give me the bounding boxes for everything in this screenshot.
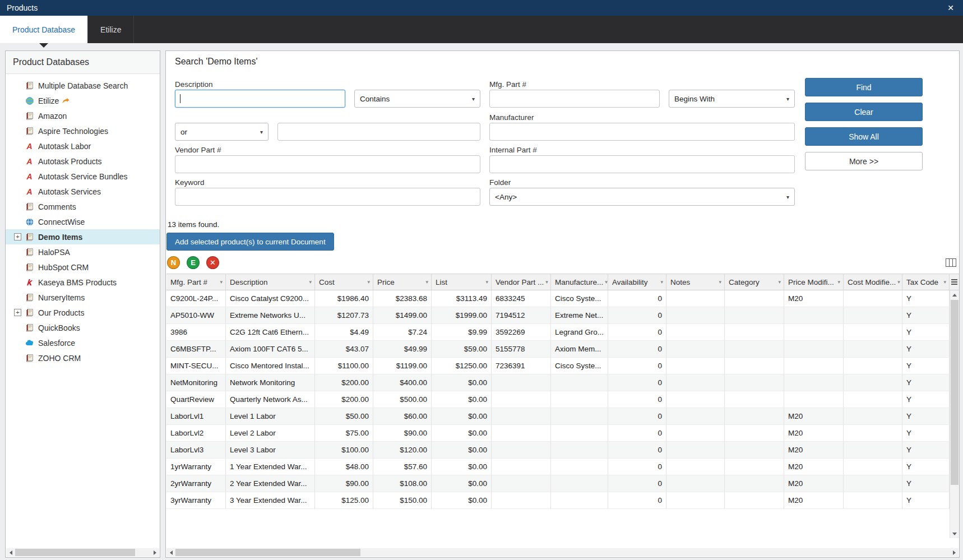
sidebar-item-demo-items[interactable]: + Demo Items bbox=[6, 229, 160, 244]
cell-cost-modifier bbox=[844, 290, 902, 307]
sidebar-item-autotask-products[interactable]: A Autotask Products bbox=[6, 154, 160, 169]
column-header-description[interactable]: Description▾ bbox=[226, 274, 315, 290]
scroll-right-button[interactable] bbox=[150, 548, 159, 557]
sidebar-item-hubspot-crm[interactable]: HubSpot CRM bbox=[6, 260, 160, 275]
scrollbar-thumb[interactable] bbox=[175, 549, 360, 556]
table-row-2yrwarranty[interactable]: 2yrWarranty2 Year Extended War...$90.00$… bbox=[166, 475, 959, 492]
table-row-c6mbsftp[interactable]: C6MBSFTP...Axiom 100FT CAT6 5...$43.07$4… bbox=[166, 341, 959, 358]
close-icon[interactable]: ✕ bbox=[945, 3, 956, 12]
column-dropdown-icon[interactable]: ▾ bbox=[719, 279, 721, 285]
tab-etilize[interactable]: Etilize bbox=[88, 16, 134, 43]
operator-select[interactable]: or▾ bbox=[175, 123, 268, 141]
cell-price-modifier bbox=[784, 374, 844, 391]
column-header-cost-modifier[interactable]: Cost Modifie...▾ bbox=[844, 274, 902, 290]
column-dropdown-icon[interactable]: ▾ bbox=[778, 279, 781, 285]
main-horizontal-scrollbar[interactable] bbox=[166, 548, 959, 557]
table-row-laborlvl2[interactable]: LaborLvl2Level 2 Labor$75.00$90.00$0.000… bbox=[166, 425, 959, 442]
column-dropdown-icon[interactable]: ▾ bbox=[897, 279, 900, 285]
sidebar-item-halopsa[interactable]: HaloPSA bbox=[6, 244, 160, 260]
column-header-notes[interactable]: Notes▾ bbox=[666, 274, 725, 290]
sidebar-item-zoho-crm[interactable]: ZOHO CRM bbox=[6, 350, 160, 365]
column-header-tax-code[interactable]: Tax Code▾ bbox=[902, 274, 950, 290]
table-row-c9200l-24p[interactable]: C9200L-24P...Cisco Catalyst C9200...$198… bbox=[166, 290, 959, 307]
mfg-part-input[interactable] bbox=[489, 90, 660, 108]
column-dropdown-icon[interactable]: ▾ bbox=[220, 279, 223, 285]
table-row-1yrwarranty[interactable]: 1yrWarranty1 Year Extended War...$48.00$… bbox=[166, 459, 959, 475]
expander-icon[interactable]: + bbox=[14, 233, 21, 240]
table-row-laborlvl3[interactable]: LaborLvl3Level 3 Labor$100.00$120.00$0.0… bbox=[166, 442, 959, 459]
column-dropdown-icon[interactable]: ▾ bbox=[367, 279, 370, 285]
folder-select[interactable]: <Any>▾ bbox=[489, 188, 795, 206]
sidebar-item-salesforce[interactable]: Salesforce bbox=[6, 335, 160, 350]
column-chooser-button[interactable] bbox=[946, 258, 956, 267]
sidebar-item-amazon[interactable]: Amazon bbox=[6, 108, 160, 123]
column-menu-button[interactable] bbox=[950, 274, 959, 290]
keyword-input[interactable] bbox=[175, 188, 480, 206]
scroll-down-button[interactable] bbox=[950, 529, 959, 538]
column-dropdown-icon[interactable]: ▾ bbox=[485, 279, 488, 285]
column-header-mfg-part[interactable]: Mfg. Part #▾ bbox=[166, 274, 226, 290]
table-row-3986[interactable]: 3986C2G 12ft Cat6 Ethern...$4.49$7.24$9.… bbox=[166, 324, 959, 341]
column-dropdown-icon[interactable]: ▾ bbox=[943, 279, 946, 285]
column-dropdown-icon[interactable]: ▾ bbox=[605, 279, 608, 285]
column-header-manufacturer[interactable]: Manufacture...▾ bbox=[551, 274, 608, 290]
edit-product-button[interactable]: E bbox=[187, 256, 200, 269]
sidebar-item-autotask-services[interactable]: A Autotask Services bbox=[6, 184, 160, 199]
table-row-netmonitoring[interactable]: NetMonitoringNetwork Monitoring$200.00$4… bbox=[166, 374, 959, 391]
description-input[interactable] bbox=[175, 90, 345, 108]
sidebar-horizontal-scrollbar[interactable] bbox=[6, 548, 159, 557]
scroll-left-button[interactable] bbox=[6, 548, 15, 557]
connectwise-globe-icon bbox=[25, 217, 34, 226]
more-button[interactable]: More >> bbox=[805, 152, 923, 170]
column-header-price-modifier[interactable]: Price Modifi...▾ bbox=[784, 274, 844, 290]
column-header-vendor-part[interactable]: Vendor Part ...▾ bbox=[492, 274, 551, 290]
sidebar-item-quickbooks[interactable]: QuickBooks bbox=[6, 320, 160, 335]
tab-product-database[interactable]: Product Database bbox=[0, 16, 88, 43]
sidebar-item-comments[interactable]: Comments bbox=[6, 199, 160, 214]
cell-cost-modifier bbox=[844, 391, 902, 408]
new-product-button[interactable]: N bbox=[167, 256, 180, 269]
manufacturer-input[interactable] bbox=[489, 123, 795, 141]
column-dropdown-icon[interactable]: ▾ bbox=[309, 279, 312, 285]
sidebar-item-nurseryitems[interactable]: NurseryItems bbox=[6, 290, 160, 305]
column-dropdown-icon[interactable]: ▾ bbox=[660, 279, 663, 285]
sidebar-item-aspire-technologies[interactable]: Aspire Technologies bbox=[6, 123, 160, 138]
table-row-quartreview[interactable]: QuartReviewQuarterly Network As...$200.0… bbox=[166, 391, 959, 408]
sidebar-item-multiple-database-search[interactable]: Multiple Database Search bbox=[6, 78, 160, 93]
vendor-part-input[interactable] bbox=[175, 155, 480, 173]
sidebar-item-our-products[interactable]: + Our Products bbox=[6, 305, 160, 320]
mfg-part-match-select[interactable]: Begins With▾ bbox=[669, 90, 795, 108]
delete-product-button[interactable]: ✕ bbox=[206, 256, 219, 269]
sidebar-item-connectwise[interactable]: ConnectWise bbox=[6, 214, 160, 229]
add-selected-button[interactable]: Add selected product(s) to current Docum… bbox=[166, 233, 334, 251]
scroll-up-button[interactable] bbox=[950, 290, 959, 299]
clear-button[interactable]: Clear bbox=[805, 103, 923, 121]
column-header-availability[interactable]: Availability▾ bbox=[608, 274, 666, 290]
find-button[interactable]: Find bbox=[805, 78, 923, 96]
table-row-mint-secu[interactable]: MINT-SECU...Cisco Mentored Instal...$110… bbox=[166, 358, 959, 374]
table-vertical-scrollbar[interactable] bbox=[950, 290, 959, 538]
column-dropdown-icon[interactable]: ▾ bbox=[837, 279, 840, 285]
column-header-cost[interactable]: Cost▾ bbox=[315, 274, 373, 290]
internal-part-input[interactable] bbox=[489, 155, 795, 173]
scroll-left-button[interactable] bbox=[166, 548, 175, 557]
sidebar-item-kaseya-bms-products[interactable]: Kaseya BMS Products bbox=[6, 275, 160, 290]
column-header-category[interactable]: Category▾ bbox=[725, 274, 784, 290]
column-header-list[interactable]: List▾ bbox=[432, 274, 492, 290]
column-dropdown-icon[interactable]: ▾ bbox=[425, 279, 428, 285]
table-row-3yrwarranty[interactable]: 3yrWarranty3 Year Extended War...$125.00… bbox=[166, 492, 959, 509]
scrollbar-thumb[interactable] bbox=[15, 549, 135, 556]
table-row-ap5010-ww[interactable]: AP5010-WWExtreme Networks U...$1207.73$1… bbox=[166, 307, 959, 324]
description-or-input[interactable] bbox=[277, 123, 480, 141]
scroll-right-button[interactable] bbox=[950, 548, 959, 557]
sidebar-item-autotask-labor[interactable]: A Autotask Labor bbox=[6, 138, 160, 154]
sidebar-item-autotask-service-bundles[interactable]: A Autotask Service Bundles bbox=[6, 169, 160, 184]
description-match-select[interactable]: Contains▾ bbox=[354, 90, 480, 108]
column-dropdown-icon[interactable]: ▾ bbox=[545, 279, 548, 285]
expander-icon[interactable]: + bbox=[14, 309, 21, 316]
table-row-laborlvl1[interactable]: LaborLvl1Level 1 Labor$50.00$60.00$0.000… bbox=[166, 408, 959, 425]
scrollbar-thumb[interactable] bbox=[951, 300, 959, 485]
sidebar-item-etilize[interactable]: Etilize bbox=[6, 93, 160, 108]
show-all-button[interactable]: Show All bbox=[805, 127, 923, 146]
column-header-price[interactable]: Price▾ bbox=[373, 274, 432, 290]
